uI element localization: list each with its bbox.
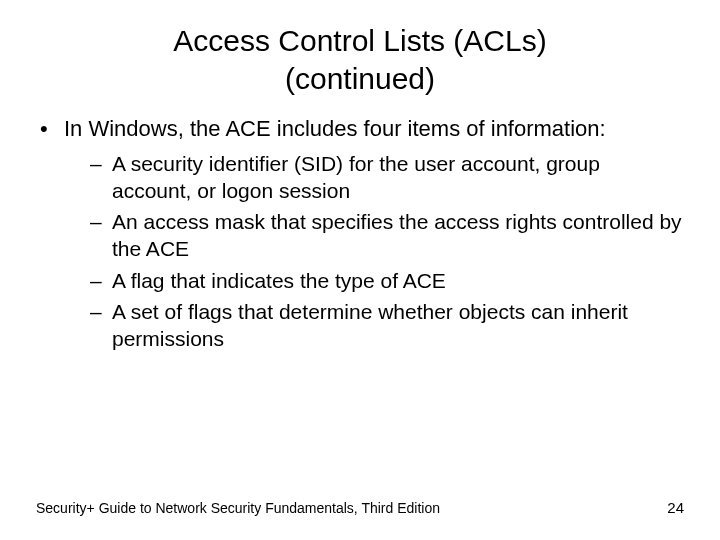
page-number: 24: [667, 499, 684, 516]
sub-bullet-item: An access mask that specifies the access…: [90, 208, 684, 263]
sub-bullet-text: An access mask that specifies the access…: [112, 210, 682, 260]
slide-title: Access Control Lists (ACLs) (continued): [0, 0, 720, 97]
sub-bullet-text: A security identifier (SID) for the user…: [112, 152, 600, 202]
slide: Access Control Lists (ACLs) (continued) …: [0, 0, 720, 540]
sub-bullet-item: A set of flags that determine whether ob…: [90, 298, 684, 353]
sub-bullet-list: A security identifier (SID) for the user…: [64, 150, 684, 353]
title-line-1: Access Control Lists (ACLs): [0, 22, 720, 60]
slide-body: In Windows, the ACE includes four items …: [0, 97, 720, 353]
sub-bullet-text: A flag that indicates the type of ACE: [112, 269, 446, 292]
sub-bullet-item: A flag that indicates the type of ACE: [90, 267, 684, 294]
sub-bullet-text: A set of flags that determine whether ob…: [112, 300, 628, 350]
title-line-2: (continued): [0, 60, 720, 98]
bullet-item: In Windows, the ACE includes four items …: [36, 115, 684, 353]
bullet-intro-text: In Windows, the ACE includes four items …: [64, 116, 606, 141]
sub-bullet-item: A security identifier (SID) for the user…: [90, 150, 684, 205]
footer: Security+ Guide to Network Security Fund…: [36, 499, 684, 516]
bullet-list: In Windows, the ACE includes four items …: [36, 115, 684, 353]
footer-text: Security+ Guide to Network Security Fund…: [36, 500, 440, 516]
